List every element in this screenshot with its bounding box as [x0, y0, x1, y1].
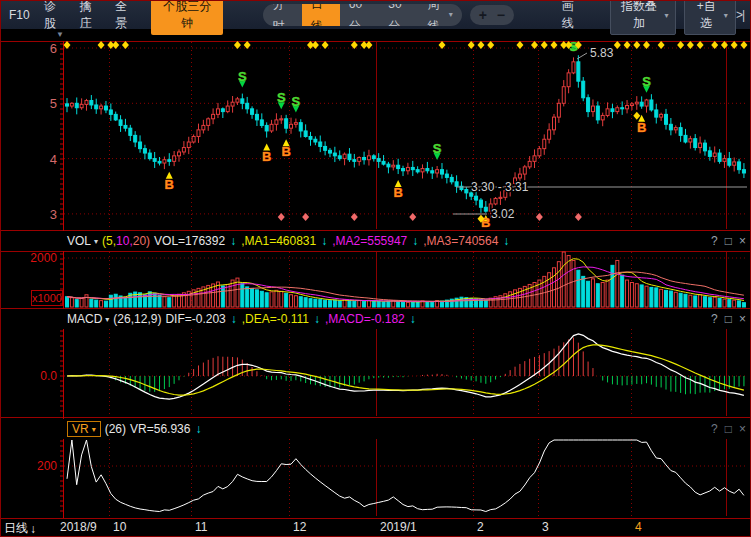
month-label: 2018/9 [60, 520, 97, 534]
volume-bars [66, 252, 746, 307]
vol-panel-header: VOL ▾ (5,10,20) VOL=176392 ↓ ,MA1=460831… [1, 231, 751, 251]
price-annotation: 3.30 - 3.31 [471, 180, 529, 194]
vr-current-value: VR=56.936 [130, 422, 190, 436]
svg-text:B: B [281, 144, 290, 159]
period-indicator-label: 日线 [4, 520, 28, 537]
close-icon[interactable]: × [739, 234, 746, 248]
macd-params: (26,12,9) [113, 312, 161, 326]
volume-unit-label: x1000 [31, 290, 63, 306]
down-arrow-icon: ↓ [412, 234, 418, 248]
svg-text:S: S [277, 90, 286, 105]
help-icon[interactable]: ? [711, 312, 718, 326]
vr-params: (26) [105, 422, 126, 436]
vr-panel-header: VR ▾ (26) VR=56.936 ↓ ? □ × [1, 419, 751, 439]
vr-title: VR [72, 422, 89, 436]
down-arrow-icon: ↓ [30, 522, 36, 536]
axis-label: 5 [3, 96, 57, 111]
buy-signals: BBBBBB [165, 115, 647, 230]
svg-text:S: S [642, 74, 651, 89]
vol-ma2-value: ,MA2=555947 [332, 234, 407, 248]
macd-panel-header: MACD ▾ (26,12,9) DIF=-0.203 ↓ ,DEA=-0.11… [1, 309, 751, 329]
main-panel-caret-icon[interactable]: ▼ [56, 30, 64, 39]
down-arrow-icon: ↓ [410, 312, 416, 326]
vol-current-value: VOL=176392 [154, 234, 225, 248]
vol-title: VOL [67, 234, 91, 248]
vr-line [67, 440, 744, 512]
down-arrow-icon: ↓ [321, 234, 327, 248]
svg-text:B: B [262, 149, 271, 164]
dea-line [67, 345, 744, 395]
month-label: 12 [293, 520, 306, 534]
macd-macd-value: ,MACD=-0.182 [325, 312, 405, 326]
vol-param-20: 20) [133, 234, 150, 248]
down-arrow-icon: ↓ [314, 312, 320, 326]
svg-text:S: S [238, 69, 247, 84]
svg-text:S: S [433, 141, 442, 156]
help-icon[interactable]: ? [711, 422, 718, 436]
maximize-icon[interactable]: □ [725, 422, 732, 436]
price-annotation: 5.83 [590, 46, 614, 60]
macd-title: MACD [67, 312, 102, 326]
macd-dif-value: DIF=-0.203 [165, 312, 225, 326]
axis-label: 200 [3, 459, 57, 473]
vol-param-5: (5, [102, 234, 116, 248]
svg-text:S: S [292, 94, 301, 109]
price-annotation: 3.02 [491, 207, 515, 221]
maximize-icon[interactable]: □ [725, 234, 732, 248]
month-label: 11 [195, 520, 207, 534]
vol-ma1-value: ,MA1=460831 [241, 234, 316, 248]
chevron-down-icon: ▾ [92, 425, 96, 434]
month-label: 2 [477, 520, 484, 534]
svg-text:B: B [393, 185, 402, 200]
down-arrow-icon: ↓ [195, 422, 201, 436]
axis-label: 0.0 [3, 369, 57, 383]
axis-label: 2000 [3, 251, 57, 265]
help-icon[interactable]: ? [711, 234, 718, 248]
vol-param-10: 10, [116, 234, 133, 248]
macd-indicator-selector[interactable]: MACD ▾ [67, 312, 109, 326]
axis-label: 4 [3, 152, 57, 167]
price-annotations: 5.833.30 - 3.313.02 [453, 46, 747, 221]
svg-text:B: B [637, 120, 646, 135]
down-arrow-icon: ↓ [503, 234, 509, 248]
vr-indicator-selector[interactable]: VR ▾ [67, 421, 101, 437]
dif-line [67, 334, 744, 399]
maximize-icon[interactable]: □ [725, 312, 732, 326]
chart-svg[interactable]: 5.833.30 - 3.313.02SSSSSSBBBBBB [1, 1, 751, 537]
close-icon[interactable]: × [739, 312, 746, 326]
vol-ma3-value: ,MA3=740564 [423, 234, 498, 248]
close-icon[interactable]: × [739, 422, 746, 436]
chart-canvas[interactable]: 5.833.30 - 3.313.02SSSSSSBBBBBB [1, 1, 751, 537]
month-label: 3 [542, 520, 549, 534]
vol-params: (5,10,20) [102, 234, 150, 248]
month-label: 4 [635, 520, 642, 534]
macd-histogram [72, 338, 744, 395]
chevron-down-icon: ▾ [94, 237, 98, 246]
axis-label: 6 [3, 41, 57, 56]
down-arrow-icon: ↓ [230, 234, 236, 248]
macd-dea-value: ,DEA=-0.111 [242, 312, 309, 326]
month-label: 10 [113, 520, 126, 534]
bottom-time-axis: 日线 ↓ 2018/91011122019/1234 [1, 519, 751, 537]
vol-indicator-selector[interactable]: VOL ▾ [67, 234, 98, 248]
svg-text:B: B [165, 177, 174, 192]
month-label: 2019/1 [380, 520, 417, 534]
period-indicator[interactable]: 日线 ↓ [4, 520, 36, 537]
down-arrow-icon: ↓ [231, 312, 237, 326]
axis-label: 3 [3, 207, 57, 222]
stock-app-window: { "colors": { "up": "#e33c3c", "down": "… [0, 0, 751, 537]
chevron-down-icon: ▾ [105, 315, 109, 324]
